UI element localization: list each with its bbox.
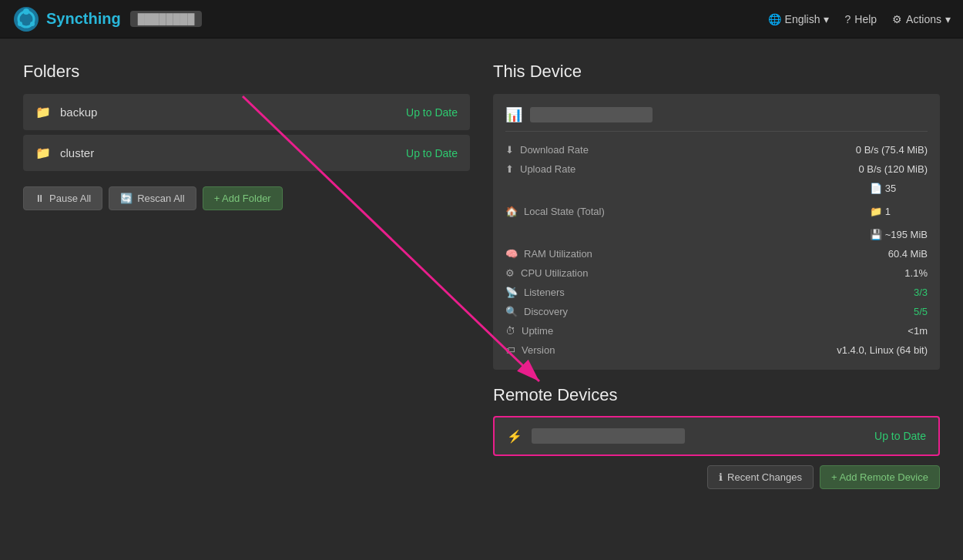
stat-listeners: 📡 Listeners 3/3 [505, 285, 928, 300]
folder-item-cluster[interactable]: 📁 cluster Up to Date [23, 135, 470, 171]
device-name: ██████████ [530, 107, 653, 122]
this-device-card: 📊 ██████████ ⬇ Download Rate 0 B/s (75.4… [493, 94, 940, 370]
recent-changes-label: Recent Changes [727, 471, 802, 483]
remote-device-item[interactable]: ⚡ ████████████ Up to Date [493, 416, 940, 456]
navbar-left: Syncthing ████████ [12, 5, 202, 33]
svg-point-4 [18, 22, 22, 26]
remote-device-status: Up to Date [874, 430, 926, 442]
stat-ram: 🧠 RAM Utilization 60.4 MiB [505, 246, 928, 261]
remote-device-name: ████████████ [532, 428, 685, 444]
uptime-icon: ⏱ [505, 325, 515, 337]
stat-uptime: ⏱ Uptime <1m [505, 324, 928, 338]
stat-value-download: 0 B/s (75.4 MiB) [856, 144, 928, 156]
stat-cpu: ⚙ CPU Utilization 1.1% [505, 266, 928, 280]
stat-upload-rate: ⬆ Upload Rate 0 B/s (120 MiB) [505, 162, 928, 176]
folder-actions: ⏸ Pause All 🔄 Rescan All + Add Folder [23, 186, 470, 210]
logo[interactable]: Syncthing [12, 5, 121, 33]
gear-icon: ⚙ [892, 13, 902, 25]
stat-value-discovery: 5/5 [914, 306, 928, 317]
this-device-title: This Device [493, 62, 940, 82]
version-icon: 🏷 [505, 344, 515, 356]
pause-icon: ⏸ [35, 193, 45, 204]
local-size: 💾 ~195 MiB [870, 229, 928, 240]
stat-label-local: 🏠 Local State (Total) [505, 206, 605, 217]
navbar: Syncthing ████████ 🌐 English ▾ ? Help ⚙ … [0, 0, 963, 39]
rescan-all-button[interactable]: 🔄 Rescan All [109, 186, 196, 210]
actions-menu[interactable]: ⚙ Actions ▾ [892, 13, 951, 25]
stat-label-upload: ⬆ Upload Rate [505, 163, 575, 175]
stat-label-version: 🏷 Version [505, 344, 555, 356]
main-content: Folders 📁 backup Up to Date 📁 cluster Up… [0, 39, 963, 560]
stat-value-local: 📄 35 📁 1 💾 ~195 MiB [870, 183, 928, 240]
remote-device-left: ⚡ ████████████ [507, 428, 685, 444]
folders-title: Folders [23, 62, 470, 82]
stat-value-upload: 0 B/s (120 MiB) [858, 163, 928, 175]
globe-icon: 🌐 [768, 13, 781, 25]
folder-name-backup: backup [60, 106, 97, 119]
folder-icon-cluster: 📁 [35, 146, 51, 160]
local-folders: 📁 1 [870, 206, 928, 217]
folder-item-left: 📁 backup [35, 105, 97, 119]
language-selector[interactable]: 🌐 English ▾ [768, 13, 830, 25]
stat-label-download: ⬇ Download Rate [505, 144, 589, 156]
stat-label-discovery: 🔍 Discovery [505, 306, 568, 317]
download-icon: ⬇ [505, 144, 514, 156]
actions-label: Actions [906, 13, 941, 25]
svg-point-3 [30, 22, 35, 26]
help-button[interactable]: ? Help [844, 13, 877, 25]
left-column: Folders 📁 backup Up to Date 📁 cluster Up… [23, 62, 493, 545]
stat-value-version: v1.4.0, Linux (64 bit) [837, 344, 928, 356]
remote-device-icon: ⚡ [507, 429, 522, 444]
navbar-right: 🌐 English ▾ ? Help ⚙ Actions ▾ [768, 13, 951, 25]
stat-label-listeners: 📡 Listeners [505, 287, 565, 298]
help-icon: ? [844, 13, 851, 25]
rescan-all-label: Rescan All [137, 193, 184, 204]
home-icon: 🏠 [505, 206, 518, 217]
stat-discovery: 🔍 Discovery 5/5 [505, 304, 928, 319]
folder-item-backup[interactable]: 📁 backup Up to Date [23, 94, 470, 130]
folder-status-cluster: Up to Date [406, 147, 458, 159]
add-folder-button[interactable]: + Add Folder [203, 186, 283, 210]
logo-text: Syncthing [46, 10, 121, 28]
ram-icon: 🧠 [505, 248, 518, 260]
navbar-device-name: ████████ [130, 11, 203, 27]
folder-item-left-cluster: 📁 cluster [35, 146, 94, 160]
folder-list: 📁 backup Up to Date 📁 cluster Up to Date [23, 94, 470, 171]
stat-value-listeners: 3/3 [914, 287, 928, 298]
upload-icon: ⬆ [505, 163, 514, 175]
logo-icon [12, 5, 40, 33]
language-chevron-icon: ▾ [824, 13, 829, 25]
device-stats: ⬇ Download Rate 0 B/s (75.4 MiB) ⬆ Uploa… [505, 143, 928, 357]
actions-chevron-icon: ▾ [945, 13, 951, 25]
local-files: 📄 35 [870, 183, 928, 194]
stat-value-uptime: <1m [908, 325, 928, 337]
recent-changes-button[interactable]: ℹ Recent Changes [707, 465, 814, 489]
folder-icon-backup: 📁 [35, 105, 51, 119]
device-card-header: 📊 ██████████ [505, 106, 928, 132]
stat-value-cpu: 1.1% [904, 267, 928, 279]
language-label: English [785, 13, 820, 25]
chart-icon: 📊 [505, 106, 522, 123]
pause-all-button[interactable]: ⏸ Pause All [23, 186, 102, 210]
info-icon: ℹ [719, 471, 723, 483]
add-folder-label: + Add Folder [214, 193, 271, 204]
stat-label-uptime: ⏱ Uptime [505, 325, 553, 337]
stat-label-ram: 🧠 RAM Utilization [505, 248, 592, 260]
discovery-icon: 🔍 [505, 306, 518, 317]
stat-value-ram: 60.4 MiB [888, 248, 928, 260]
stat-download-rate: ⬇ Download Rate 0 B/s (75.4 MiB) [505, 143, 928, 157]
svg-point-2 [23, 8, 29, 15]
stat-local-state: 🏠 Local State (Total) 📄 35 📁 1 💾 ~195 Mi… [505, 181, 928, 242]
add-remote-label: + Add Remote Device [831, 471, 928, 483]
stat-label-cpu: ⚙ CPU Utilization [505, 267, 588, 279]
stat-version: 🏷 Version v1.4.0, Linux (64 bit) [505, 343, 928, 357]
pause-all-label: Pause All [49, 193, 91, 204]
rescan-icon: 🔄 [120, 193, 133, 204]
right-column: This Device 📊 ██████████ ⬇ Download Rate… [493, 62, 940, 545]
help-label: Help [854, 13, 877, 25]
listeners-icon: 📡 [505, 287, 518, 298]
add-remote-device-button[interactable]: + Add Remote Device [820, 465, 940, 489]
remote-devices-title: Remote Devices [493, 385, 940, 405]
cpu-icon: ⚙ [505, 267, 515, 279]
folder-name-cluster: cluster [60, 146, 94, 159]
